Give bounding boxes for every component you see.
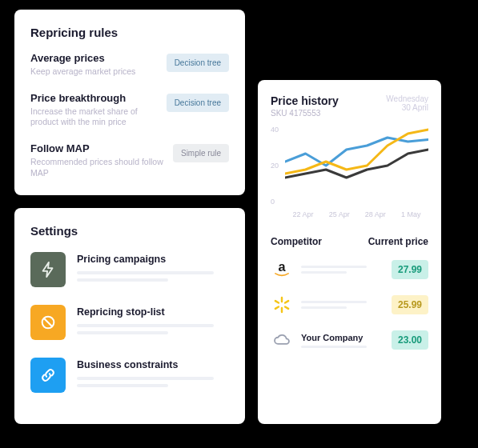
walmart-icon xyxy=(271,294,293,316)
price-history-title: Price history xyxy=(271,94,339,107)
cloud-icon xyxy=(271,329,293,351)
link-icon xyxy=(30,358,66,393)
price-column-header: Current price xyxy=(368,236,428,247)
chart-y-tick: 20 xyxy=(271,162,285,170)
svg-text:a: a xyxy=(278,259,286,274)
repricing-title: Repricing rules xyxy=(30,26,229,39)
chart-y-tick: 40 xyxy=(271,126,285,134)
amazon-icon: a xyxy=(271,258,293,281)
competitor-column-header: Competitor xyxy=(271,236,322,247)
svg-line-5 xyxy=(275,301,279,302)
settings-item-title: Pricing campaigns xyxy=(77,254,229,265)
settings-item-placeholder xyxy=(77,271,229,282)
chart-x-tick: 25 Apr xyxy=(329,210,350,222)
settings-item[interactable]: Pricing campaigns xyxy=(30,252,229,287)
chart-x-tick: 22 Apr xyxy=(293,210,314,222)
competitor-row[interactable]: a 27.99 xyxy=(271,258,428,281)
rule-row[interactable]: Price breakthrough Increase the market s… xyxy=(30,92,229,128)
rule-row[interactable]: Average prices Keep average market price… xyxy=(30,52,229,78)
rule-title: Follow MAP xyxy=(30,142,165,154)
settings-item[interactable]: Repricing stop-list xyxy=(30,305,229,340)
svg-line-7 xyxy=(285,301,288,302)
rule-badge: Decision tree xyxy=(167,54,229,72)
price-history-chart: 40200 22 Apr25 Apr28 Apr1 May xyxy=(271,126,428,222)
settings-item-title: Business constraints xyxy=(77,359,229,370)
settings-title: Settings xyxy=(30,224,229,238)
chart-y-tick: 0 xyxy=(271,198,285,206)
rule-title: Price breakthrough xyxy=(30,92,159,104)
rule-badge: Simple rule xyxy=(173,144,229,162)
rule-description: Recommended prices should follow MAP xyxy=(30,157,165,178)
rule-title: Average prices xyxy=(30,52,159,64)
repricing-rules-card: Repricing rules Average prices Keep aver… xyxy=(14,10,245,195)
settings-card: Settings Pricing campaigns Repricing sto… xyxy=(14,208,245,424)
competitor-row[interactable]: 25.99 xyxy=(271,294,428,316)
competitor-price: 27.99 xyxy=(392,260,428,279)
settings-item-placeholder xyxy=(77,377,229,387)
chart-series-line xyxy=(285,130,428,174)
rule-badge: Decision tree xyxy=(167,94,229,112)
rule-description: Increase the market share of product wit… xyxy=(30,106,159,128)
ban-icon xyxy=(30,305,66,340)
chart-x-tick: 28 Apr xyxy=(365,210,386,222)
price-history-card: Price history SKU 4175553 Wednesday 30 A… xyxy=(258,80,441,424)
svg-line-8 xyxy=(275,306,279,308)
price-history-date: Wednesday 30 April xyxy=(386,94,428,112)
svg-line-6 xyxy=(285,306,288,308)
chart-x-tick: 1 May xyxy=(401,210,421,222)
rule-row[interactable]: Follow MAP Recommended prices should fol… xyxy=(30,142,229,178)
chart-series-line xyxy=(285,138,428,166)
competitor-price: 25.99 xyxy=(392,295,428,314)
settings-item-title: Repricing stop-list xyxy=(77,306,229,318)
competitor-price: 23.00 xyxy=(392,330,428,350)
bolt-icon xyxy=(30,252,66,287)
rule-description: Keep average market prices xyxy=(30,66,159,78)
svg-line-1 xyxy=(44,318,52,326)
competitor-name: Your Company xyxy=(301,333,384,342)
settings-item[interactable]: Business constraints xyxy=(30,358,229,393)
competitor-row[interactable]: Your Company 23.00 xyxy=(271,329,428,351)
price-history-sku: SKU 4175553 xyxy=(271,109,339,118)
settings-item-placeholder xyxy=(77,324,229,334)
